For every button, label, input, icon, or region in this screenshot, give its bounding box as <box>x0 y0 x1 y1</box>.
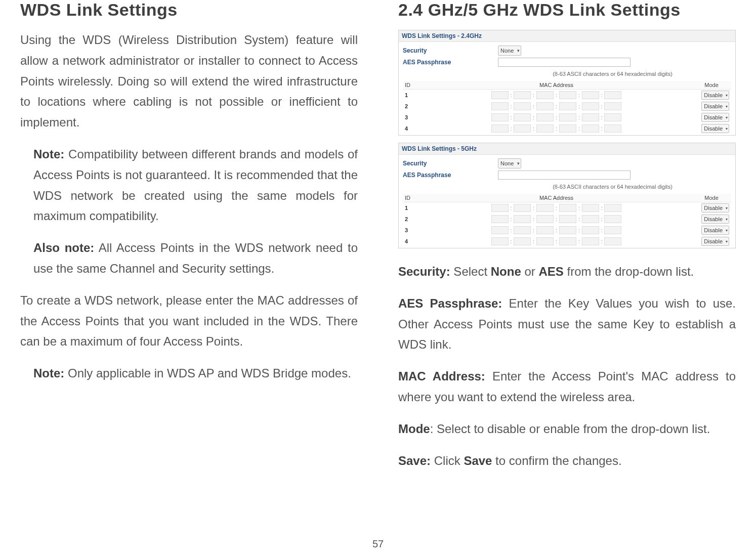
mode-select[interactable]: Disable <box>701 215 729 224</box>
mac-octet-input[interactable] <box>514 91 531 99</box>
row-id: 2 <box>403 101 421 112</box>
mac-octet-input[interactable] <box>559 204 576 212</box>
mac-octet-input[interactable] <box>514 113 531 121</box>
mac-octet-input[interactable] <box>582 204 599 212</box>
table-row: 2:::::Disable <box>403 213 731 225</box>
mac-colon: : <box>533 126 534 132</box>
panel-header-5ghz: WDS Link Settings - 5GHz <box>399 143 735 155</box>
mac-octet-input[interactable] <box>604 102 621 110</box>
security-select-5[interactable]: None <box>498 158 521 168</box>
mac-octet-input[interactable] <box>559 237 576 245</box>
mac-octet-input[interactable] <box>491 91 509 99</box>
col-id-24: ID <box>403 81 421 90</box>
mac-octet-input[interactable] <box>559 215 576 223</box>
mac-octet-input[interactable] <box>491 215 509 223</box>
mac-colon: : <box>601 228 603 233</box>
row-mode: Disable <box>692 213 731 225</box>
mac-octet-input[interactable] <box>514 226 531 234</box>
row-mac: ::::: <box>421 112 692 123</box>
mac-octet-input[interactable] <box>536 237 554 245</box>
mac-octet-input[interactable] <box>604 237 621 245</box>
mac-octet-input[interactable] <box>514 215 531 223</box>
mac-octet-input[interactable] <box>559 226 576 234</box>
passphrase-hint-24: (8-63 ASCII characters or 64 hexadecimal… <box>553 71 673 77</box>
mode-select[interactable]: Disable <box>701 102 729 111</box>
passphrase-input-24[interactable] <box>498 58 631 67</box>
mac-octet-input[interactable] <box>491 204 509 212</box>
mode-select[interactable]: Disable <box>701 226 729 235</box>
passphrase-input-5[interactable] <box>498 170 631 180</box>
mac-octet-input[interactable] <box>536 102 554 110</box>
right-column: 2.4 GHz/5 GHz WDS Link Settings WDS Link… <box>393 0 736 556</box>
mode-select[interactable]: Disable <box>701 113 729 122</box>
panel-body-24ghz: Security None AES Passphrase (8-63 ASCII… <box>399 42 735 135</box>
note-1-text: Compatibility between different brands a… <box>33 147 358 223</box>
mode-select[interactable]: Disable <box>701 91 729 100</box>
mac-octet-input[interactable] <box>582 226 599 234</box>
mac-octet-input[interactable] <box>559 102 576 110</box>
mac-octet-input[interactable] <box>582 215 599 223</box>
mac-colon: : <box>556 104 557 109</box>
mac-octet-input[interactable] <box>491 113 509 121</box>
mac-octet-input[interactable] <box>604 91 621 99</box>
mac-table-24: ID MAC Address Mode 1:::::Disable2:::::D… <box>403 81 731 134</box>
mac-octet-input[interactable] <box>536 124 554 133</box>
table-row: 1:::::Disable <box>403 90 731 101</box>
mac-octet-input[interactable] <box>536 215 554 223</box>
mac-octet-input[interactable] <box>604 215 621 223</box>
left-paragraph-1: Using the WDS (Wireless Distribution Sys… <box>20 30 358 133</box>
mac-octet-input[interactable] <box>604 113 621 121</box>
col-id-5: ID <box>403 194 421 202</box>
mac-octet-input[interactable] <box>514 124 531 133</box>
def-security-label: Security: <box>398 265 450 278</box>
mac-octet-input[interactable] <box>604 204 621 212</box>
mac-colon: : <box>556 126 557 132</box>
col-mode-24: Mode <box>692 81 731 90</box>
mac-octet-input[interactable] <box>582 91 599 99</box>
mac-octet-input[interactable] <box>559 113 576 121</box>
mac-octet-input[interactable] <box>582 124 599 133</box>
mac-octet-input[interactable] <box>559 91 576 99</box>
mac-octet-input[interactable] <box>582 102 599 110</box>
passphrase-label-5: AES Passphrase <box>403 172 494 179</box>
security-select-24[interactable]: None <box>498 46 521 56</box>
mac-octet-input[interactable] <box>514 102 531 110</box>
left-paragraph-2: To create a WDS network, please enter th… <box>20 290 358 352</box>
mac-colon: : <box>511 93 512 98</box>
mac-octet-input[interactable] <box>604 226 621 234</box>
mode-select[interactable]: Disable <box>701 124 729 133</box>
mac-colon: : <box>511 104 512 109</box>
security-row-5: Security None <box>403 158 731 168</box>
row-id: 2 <box>403 213 421 225</box>
mac-octet-input[interactable] <box>582 237 599 245</box>
mac-colon: : <box>601 239 603 244</box>
row-mac: ::::: <box>421 213 692 225</box>
mac-octet-input[interactable] <box>536 113 554 121</box>
mac-octet-input[interactable] <box>536 226 554 234</box>
hint-row-24: (8-63 ASCII characters or 64 hexadecimal… <box>403 69 731 79</box>
mac-octet-input[interactable] <box>491 102 509 110</box>
def-save: Save: Click Save to confirm the changes. <box>398 451 736 472</box>
mac-octet-input[interactable] <box>559 124 576 133</box>
mac-octet-input[interactable] <box>491 226 509 234</box>
col-mac-5: MAC Address <box>421 194 692 202</box>
table-row: 4:::::Disable <box>403 123 731 134</box>
mac-colon: : <box>578 228 580 233</box>
mac-colon: : <box>578 104 580 109</box>
left-heading: WDS Link Settings <box>20 0 358 20</box>
left-column: WDS Link Settings Using the WDS (Wireles… <box>20 0 363 556</box>
mac-octet-input[interactable] <box>604 124 621 133</box>
mac-colon: : <box>601 104 603 109</box>
wds-panel-24ghz: WDS Link Settings - 2.4GHz Security None… <box>398 30 736 136</box>
mac-octet-input[interactable] <box>536 91 554 99</box>
mode-select[interactable]: Disable <box>701 203 729 212</box>
mac-colon: : <box>556 217 557 222</box>
row-id: 1 <box>403 90 421 101</box>
mode-select[interactable]: Disable <box>701 237 729 246</box>
mac-octet-input[interactable] <box>514 237 531 245</box>
mac-octet-input[interactable] <box>582 113 599 121</box>
mac-octet-input[interactable] <box>536 204 554 212</box>
mac-octet-input[interactable] <box>491 237 509 245</box>
mac-octet-input[interactable] <box>514 204 531 212</box>
mac-octet-input[interactable] <box>491 124 509 133</box>
